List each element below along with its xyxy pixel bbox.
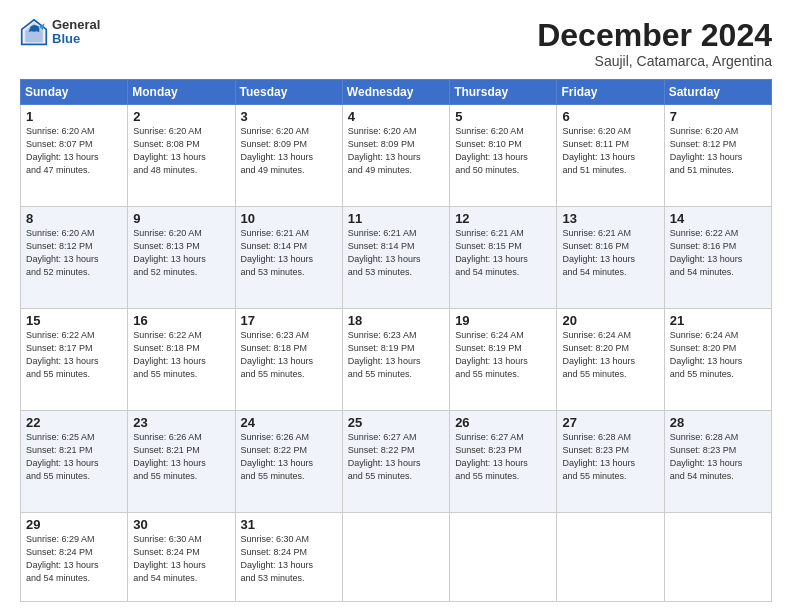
- calendar-header-row: SundayMondayTuesdayWednesdayThursdayFrid…: [21, 80, 772, 105]
- location-subtitle: Saujil, Catamarca, Argentina: [537, 53, 772, 69]
- calendar-cell: 22Sunrise: 6:25 AMSunset: 8:21 PMDayligh…: [21, 410, 128, 512]
- calendar-cell: 12Sunrise: 6:21 AMSunset: 8:15 PMDayligh…: [450, 207, 557, 309]
- page: General Blue December 2024 Saujil, Catam…: [0, 0, 792, 612]
- cell-daylight-info: Sunrise: 6:20 AMSunset: 8:07 PMDaylight:…: [26, 125, 122, 177]
- day-number: 18: [348, 313, 444, 328]
- cell-daylight-info: Sunrise: 6:29 AMSunset: 8:24 PMDaylight:…: [26, 533, 122, 585]
- cell-daylight-info: Sunrise: 6:20 AMSunset: 8:09 PMDaylight:…: [241, 125, 337, 177]
- calendar-cell: 1Sunrise: 6:20 AMSunset: 8:07 PMDaylight…: [21, 105, 128, 207]
- day-number: 14: [670, 211, 766, 226]
- day-of-week-header: Sunday: [21, 80, 128, 105]
- cell-daylight-info: Sunrise: 6:22 AMSunset: 8:18 PMDaylight:…: [133, 329, 229, 381]
- calendar-cell: 11Sunrise: 6:21 AMSunset: 8:14 PMDayligh…: [342, 207, 449, 309]
- day-of-week-header: Thursday: [450, 80, 557, 105]
- cell-daylight-info: Sunrise: 6:24 AMSunset: 8:19 PMDaylight:…: [455, 329, 551, 381]
- day-number: 4: [348, 109, 444, 124]
- calendar-cell: 26Sunrise: 6:27 AMSunset: 8:23 PMDayligh…: [450, 410, 557, 512]
- day-number: 9: [133, 211, 229, 226]
- cell-daylight-info: Sunrise: 6:24 AMSunset: 8:20 PMDaylight:…: [670, 329, 766, 381]
- day-number: 6: [562, 109, 658, 124]
- calendar-cell: 5Sunrise: 6:20 AMSunset: 8:10 PMDaylight…: [450, 105, 557, 207]
- calendar-cell: [342, 512, 449, 601]
- calendar-cell: 25Sunrise: 6:27 AMSunset: 8:22 PMDayligh…: [342, 410, 449, 512]
- cell-daylight-info: Sunrise: 6:20 AMSunset: 8:10 PMDaylight:…: [455, 125, 551, 177]
- calendar-cell: 13Sunrise: 6:21 AMSunset: 8:16 PMDayligh…: [557, 207, 664, 309]
- cell-daylight-info: Sunrise: 6:20 AMSunset: 8:13 PMDaylight:…: [133, 227, 229, 279]
- day-number: 1: [26, 109, 122, 124]
- header: General Blue December 2024 Saujil, Catam…: [20, 18, 772, 69]
- calendar-cell: 18Sunrise: 6:23 AMSunset: 8:19 PMDayligh…: [342, 308, 449, 410]
- day-of-week-header: Friday: [557, 80, 664, 105]
- day-number: 24: [241, 415, 337, 430]
- cell-daylight-info: Sunrise: 6:21 AMSunset: 8:14 PMDaylight:…: [241, 227, 337, 279]
- calendar-week-row: 1Sunrise: 6:20 AMSunset: 8:07 PMDaylight…: [21, 105, 772, 207]
- day-number: 7: [670, 109, 766, 124]
- day-number: 23: [133, 415, 229, 430]
- day-of-week-header: Saturday: [664, 80, 771, 105]
- title-block: December 2024 Saujil, Catamarca, Argenti…: [537, 18, 772, 69]
- cell-daylight-info: Sunrise: 6:21 AMSunset: 8:14 PMDaylight:…: [348, 227, 444, 279]
- calendar-cell: 4Sunrise: 6:20 AMSunset: 8:09 PMDaylight…: [342, 105, 449, 207]
- calendar-week-row: 29Sunrise: 6:29 AMSunset: 8:24 PMDayligh…: [21, 512, 772, 601]
- calendar-cell: 27Sunrise: 6:28 AMSunset: 8:23 PMDayligh…: [557, 410, 664, 512]
- calendar-cell: 30Sunrise: 6:30 AMSunset: 8:24 PMDayligh…: [128, 512, 235, 601]
- day-number: 16: [133, 313, 229, 328]
- logo-general-text: General: [52, 18, 100, 32]
- day-number: 26: [455, 415, 551, 430]
- day-of-week-header: Monday: [128, 80, 235, 105]
- calendar-cell: 3Sunrise: 6:20 AMSunset: 8:09 PMDaylight…: [235, 105, 342, 207]
- cell-daylight-info: Sunrise: 6:26 AMSunset: 8:21 PMDaylight:…: [133, 431, 229, 483]
- cell-daylight-info: Sunrise: 6:26 AMSunset: 8:22 PMDaylight:…: [241, 431, 337, 483]
- day-number: 15: [26, 313, 122, 328]
- calendar-cell: 2Sunrise: 6:20 AMSunset: 8:08 PMDaylight…: [128, 105, 235, 207]
- cell-daylight-info: Sunrise: 6:22 AMSunset: 8:17 PMDaylight:…: [26, 329, 122, 381]
- day-number: 30: [133, 517, 229, 532]
- calendar-cell: 6Sunrise: 6:20 AMSunset: 8:11 PMDaylight…: [557, 105, 664, 207]
- day-number: 11: [348, 211, 444, 226]
- day-number: 3: [241, 109, 337, 124]
- logo-text: General Blue: [52, 18, 100, 47]
- calendar-cell: 20Sunrise: 6:24 AMSunset: 8:20 PMDayligh…: [557, 308, 664, 410]
- calendar-cell: 7Sunrise: 6:20 AMSunset: 8:12 PMDaylight…: [664, 105, 771, 207]
- calendar-table: SundayMondayTuesdayWednesdayThursdayFrid…: [20, 79, 772, 602]
- cell-daylight-info: Sunrise: 6:27 AMSunset: 8:22 PMDaylight:…: [348, 431, 444, 483]
- day-number: 22: [26, 415, 122, 430]
- day-number: 31: [241, 517, 337, 532]
- day-number: 12: [455, 211, 551, 226]
- calendar-cell: 29Sunrise: 6:29 AMSunset: 8:24 PMDayligh…: [21, 512, 128, 601]
- day-number: 17: [241, 313, 337, 328]
- calendar-week-row: 15Sunrise: 6:22 AMSunset: 8:17 PMDayligh…: [21, 308, 772, 410]
- cell-daylight-info: Sunrise: 6:23 AMSunset: 8:18 PMDaylight:…: [241, 329, 337, 381]
- calendar-cell: 21Sunrise: 6:24 AMSunset: 8:20 PMDayligh…: [664, 308, 771, 410]
- day-number: 29: [26, 517, 122, 532]
- calendar-cell: 24Sunrise: 6:26 AMSunset: 8:22 PMDayligh…: [235, 410, 342, 512]
- day-number: 10: [241, 211, 337, 226]
- cell-daylight-info: Sunrise: 6:21 AMSunset: 8:15 PMDaylight:…: [455, 227, 551, 279]
- cell-daylight-info: Sunrise: 6:27 AMSunset: 8:23 PMDaylight:…: [455, 431, 551, 483]
- logo-icon: [20, 18, 48, 46]
- cell-daylight-info: Sunrise: 6:23 AMSunset: 8:19 PMDaylight:…: [348, 329, 444, 381]
- cell-daylight-info: Sunrise: 6:21 AMSunset: 8:16 PMDaylight:…: [562, 227, 658, 279]
- month-title: December 2024: [537, 18, 772, 53]
- calendar-cell: 19Sunrise: 6:24 AMSunset: 8:19 PMDayligh…: [450, 308, 557, 410]
- calendar-cell: 8Sunrise: 6:20 AMSunset: 8:12 PMDaylight…: [21, 207, 128, 309]
- day-of-week-header: Wednesday: [342, 80, 449, 105]
- cell-daylight-info: Sunrise: 6:24 AMSunset: 8:20 PMDaylight:…: [562, 329, 658, 381]
- cell-daylight-info: Sunrise: 6:20 AMSunset: 8:08 PMDaylight:…: [133, 125, 229, 177]
- day-number: 8: [26, 211, 122, 226]
- calendar-cell: [557, 512, 664, 601]
- day-number: 27: [562, 415, 658, 430]
- cell-daylight-info: Sunrise: 6:30 AMSunset: 8:24 PMDaylight:…: [133, 533, 229, 585]
- calendar-cell: 15Sunrise: 6:22 AMSunset: 8:17 PMDayligh…: [21, 308, 128, 410]
- logo: General Blue: [20, 18, 100, 47]
- cell-daylight-info: Sunrise: 6:20 AMSunset: 8:12 PMDaylight:…: [670, 125, 766, 177]
- calendar-cell: 9Sunrise: 6:20 AMSunset: 8:13 PMDaylight…: [128, 207, 235, 309]
- calendar-cell: [450, 512, 557, 601]
- calendar-cell: 31Sunrise: 6:30 AMSunset: 8:24 PMDayligh…: [235, 512, 342, 601]
- cell-daylight-info: Sunrise: 6:20 AMSunset: 8:11 PMDaylight:…: [562, 125, 658, 177]
- calendar-cell: 17Sunrise: 6:23 AMSunset: 8:18 PMDayligh…: [235, 308, 342, 410]
- logo-blue-text: Blue: [52, 32, 100, 46]
- calendar-cell: 16Sunrise: 6:22 AMSunset: 8:18 PMDayligh…: [128, 308, 235, 410]
- day-number: 2: [133, 109, 229, 124]
- cell-daylight-info: Sunrise: 6:28 AMSunset: 8:23 PMDaylight:…: [562, 431, 658, 483]
